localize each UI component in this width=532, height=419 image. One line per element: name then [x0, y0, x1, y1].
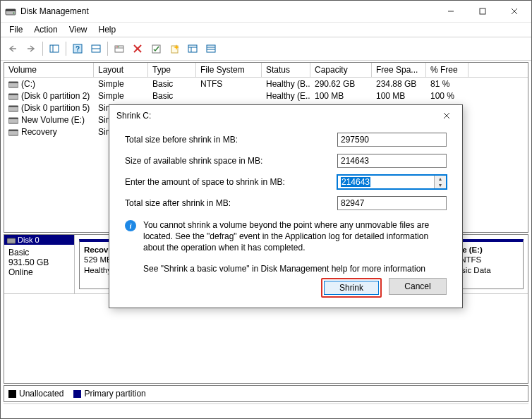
col-filesystem[interactable]: File System — [196, 63, 262, 77]
disk-size: 931.50 GB — [8, 257, 70, 267]
new-icon[interactable] — [166, 40, 183, 57]
info-message: i You cannot shrink a volume beyond the … — [125, 219, 447, 254]
svg-text:?: ? — [75, 45, 80, 53]
toolbar: ? — [1, 37, 531, 61]
menu-file[interactable]: File — [4, 23, 28, 36]
label-enter-amount: Enter the amount of space to shrink in M… — [125, 177, 337, 187]
volume-row[interactable]: (Disk 0 partition 2)SimpleBasicHealthy (… — [4, 90, 528, 102]
statusbar — [4, 403, 528, 418]
svg-rect-7 — [50, 45, 59, 52]
field-total-after: 82947 — [337, 196, 447, 210]
svg-rect-32 — [8, 106, 18, 107]
field-available: 214643 — [337, 154, 447, 168]
spin-up-icon[interactable]: ▲ — [435, 176, 446, 182]
label-total-after: Total size after shrink in MB: — [125, 198, 337, 208]
disk-name: Disk 0 — [18, 236, 40, 244]
col-capacity[interactable]: Capacity — [310, 63, 372, 77]
disk-label[interactable]: Disk 0 Basic 931.50 GB Online — [4, 235, 75, 293]
svg-rect-13 — [115, 46, 123, 52]
label-available: Size of available shrink space in MB: — [125, 156, 337, 166]
svg-rect-36 — [8, 130, 18, 131]
spinner-buttons[interactable]: ▲▼ — [434, 176, 446, 188]
forward-button[interactable] — [23, 40, 40, 57]
svg-point-16 — [118, 47, 119, 48]
col-type[interactable]: Type — [148, 63, 196, 77]
menu-help[interactable]: Help — [93, 23, 122, 36]
svg-rect-28 — [8, 82, 18, 83]
minimize-button[interactable] — [435, 1, 466, 21]
svg-point-2 — [13, 13, 15, 14]
window-title: Disk Management — [20, 6, 435, 16]
dialog-titlebar: Shrink C: — [109, 105, 462, 126]
legend: Unallocated Primary partition — [4, 385, 528, 402]
col-pct[interactable]: % Free — [426, 63, 468, 77]
menubar: File Action View Help — [1, 23, 531, 37]
svg-rect-37 — [7, 238, 16, 243]
refresh-icon[interactable] — [184, 40, 201, 57]
close-button[interactable] — [498, 1, 530, 21]
info-icon: i — [125, 220, 136, 231]
svg-rect-4 — [480, 8, 485, 14]
cancel-button[interactable]: Cancel — [389, 278, 447, 295]
svg-rect-30 — [8, 94, 18, 95]
col-free[interactable]: Free Spa... — [372, 63, 426, 77]
col-status[interactable]: Status — [262, 63, 310, 77]
settings-icon[interactable] — [111, 40, 128, 57]
list-icon[interactable] — [202, 40, 219, 57]
disk-type: Basic — [8, 248, 70, 257]
shrink-button[interactable]: Shrink — [324, 281, 379, 295]
back-button[interactable] — [4, 40, 21, 57]
maximize-button[interactable] — [466, 1, 498, 21]
app-icon — [5, 6, 16, 17]
shrink-dialog: Shrink C: Total size before shrink in MB… — [109, 104, 463, 308]
dialog-close-button[interactable] — [433, 106, 461, 126]
menu-view[interactable]: View — [64, 23, 93, 36]
spin-down-icon[interactable]: ▼ — [435, 182, 446, 188]
show-hide-button[interactable] — [46, 40, 63, 57]
shrink-button-highlight: Shrink — [321, 278, 382, 298]
volume-row[interactable]: (C:)SimpleBasicNTFSHealthy (B...290.62 G… — [4, 78, 528, 90]
volume-header: Volume Layout Type File System Status Ca… — [4, 63, 528, 78]
menu-action[interactable]: Action — [28, 23, 63, 36]
help-text: See "Shrink a basic volume" in Disk Mana… — [125, 264, 447, 274]
layout-icon[interactable] — [87, 40, 104, 57]
properties-icon[interactable] — [147, 40, 164, 57]
delete-icon[interactable] — [129, 40, 146, 57]
help-icon[interactable]: ? — [69, 40, 86, 57]
col-layout[interactable]: Layout — [94, 63, 148, 77]
dialog-title: Shrink C: — [116, 111, 433, 121]
svg-rect-21 — [188, 45, 197, 52]
disk-management-window: Disk Management File Action View Help ? … — [0, 0, 532, 419]
legend-unallocated: Unallocated — [8, 389, 64, 399]
disk-state: Online — [8, 267, 70, 277]
legend-primary: Primary partition — [73, 389, 145, 399]
shrink-amount-input[interactable]: 214643 ▲▼ — [337, 175, 447, 189]
svg-rect-24 — [207, 45, 215, 52]
svg-point-15 — [116, 47, 118, 48]
svg-rect-34 — [8, 118, 18, 119]
label-total-before: Total size before shrink in MB: — [125, 135, 337, 145]
col-volume[interactable]: Volume — [4, 63, 94, 77]
titlebar: Disk Management — [1, 1, 531, 23]
field-total-before: 297590 — [337, 133, 447, 147]
svg-rect-1 — [6, 9, 16, 11]
